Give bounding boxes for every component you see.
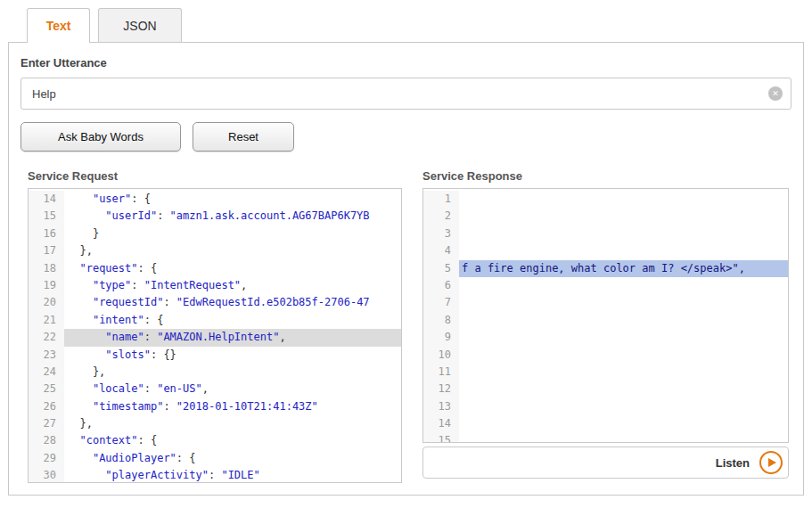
line-number: 12 — [423, 381, 459, 397]
utterance-label: Enter Utterance — [21, 56, 791, 70]
code-text — [459, 312, 788, 329]
line-number: 13 — [423, 398, 459, 415]
code-text: "context": { — [64, 432, 401, 449]
code-text: "playerActivity": "IDLE" — [64, 467, 401, 483]
utterance-input-wrap: ✕ — [21, 78, 791, 110]
reset-button[interactable]: Reset — [193, 122, 294, 152]
code-line: 15 — [423, 432, 788, 443]
tab-json[interactable]: JSON — [98, 8, 182, 42]
line-number: 25 — [29, 381, 64, 397]
code-text: } — [64, 225, 401, 242]
code-text: "locale": "en-US", — [64, 381, 401, 397]
service-response-panel: Service Response 12345f a fire engine, w… — [422, 169, 789, 483]
code-text: "type": "IntentRequest", — [64, 277, 401, 294]
code-line: 23 "slots": {} — [29, 347, 401, 364]
code-line: 12 — [423, 381, 788, 397]
line-number: 4 — [423, 242, 459, 259]
code-text — [459, 242, 788, 259]
line-number: 26 — [29, 398, 64, 415]
line-number: 23 — [29, 347, 64, 364]
code-text — [459, 432, 788, 443]
code-line: 29 "AudioPlayer": { — [29, 450, 401, 467]
code-text — [459, 415, 788, 432]
code-text — [459, 225, 788, 242]
code-line: 28 "context": { — [29, 432, 401, 449]
ask-skill-button[interactable]: Ask Baby Words — [21, 122, 181, 152]
line-number: 17 — [29, 242, 64, 259]
line-number: 8 — [423, 312, 459, 329]
code-text — [459, 398, 788, 415]
code-line: 14 — [423, 415, 788, 432]
line-number: 11 — [423, 364, 459, 381]
listen-label: Listen — [716, 456, 750, 470]
code-text — [459, 208, 788, 225]
line-number: 5 — [423, 260, 459, 277]
code-text — [459, 191, 788, 208]
code-text: "AudioPlayer": { — [64, 450, 401, 467]
code-text — [459, 381, 788, 397]
code-line: 21 "intent": { — [29, 312, 401, 329]
line-number: 14 — [29, 191, 64, 208]
code-line: 9 — [423, 329, 788, 346]
code-line: 7 — [423, 294, 788, 311]
line-number: 30 — [29, 467, 64, 483]
code-text — [459, 329, 788, 346]
code-text: "userId": "amzn1.ask.account.AG67BAP6K7Y… — [64, 208, 401, 225]
code-line: 16 } — [29, 225, 401, 242]
code-text: "intent": { — [64, 312, 401, 329]
code-line: 4 — [423, 242, 788, 259]
code-text — [459, 347, 788, 364]
line-number: 22 — [29, 329, 64, 346]
code-line: 19 "type": "IntentRequest", — [29, 277, 401, 294]
code-line: 17 }, — [29, 242, 401, 259]
line-number: 18 — [29, 260, 64, 277]
listen-bar: Listen — [422, 447, 789, 479]
play-button[interactable] — [759, 451, 783, 474]
code-line: 20 "requestId": "EdwRequestId.e502b85f-2… — [29, 294, 401, 311]
code-line: 18 "request": { — [29, 260, 401, 277]
code-text — [459, 277, 788, 294]
code-text: "timestamp": "2018-01-10T21:41:43Z" — [64, 398, 401, 415]
code-text: }, — [64, 415, 401, 432]
line-number: 3 — [423, 225, 459, 242]
tab-text[interactable]: Text — [27, 8, 90, 43]
line-number: 21 — [29, 312, 64, 329]
line-number: 2 — [423, 208, 459, 225]
clear-input-icon[interactable]: ✕ — [768, 86, 783, 101]
utterance-input[interactable] — [21, 78, 791, 110]
code-text: "slots": {} — [64, 347, 401, 364]
code-line: 24 }, — [29, 364, 401, 381]
code-text: f a fire engine, what color am I? </spea… — [459, 260, 788, 277]
code-text: }, — [64, 242, 401, 259]
play-icon — [768, 458, 776, 467]
line-number: 27 — [29, 415, 64, 432]
code-line: 15 "userId": "amzn1.ask.account.AG67BAP6… — [29, 208, 401, 225]
code-line: 14 "user": { — [29, 191, 401, 208]
line-number: 10 — [423, 347, 459, 364]
line-number: 24 — [29, 364, 64, 381]
code-text — [459, 364, 788, 381]
line-number: 7 — [423, 294, 459, 311]
line-number: 15 — [29, 208, 64, 225]
code-line: 1 — [423, 191, 788, 208]
code-text: "user": { — [64, 191, 401, 208]
line-number: 20 — [29, 294, 64, 311]
response-code-editor[interactable]: 12345f a fire engine, what color am I? <… — [422, 188, 789, 443]
line-number: 29 — [29, 450, 64, 467]
service-response-title: Service Response — [422, 169, 789, 183]
code-line: 11 — [423, 364, 788, 381]
code-line: 30 "playerActivity": "IDLE" — [29, 467, 401, 483]
code-text: "requestId": "EdwRequestId.e502b85f-2706… — [64, 294, 401, 311]
code-line: 8 — [423, 312, 788, 329]
tab-json-label: JSON — [123, 19, 156, 33]
code-text: "request": { — [64, 260, 401, 277]
code-text: }, — [64, 364, 401, 381]
code-line: 13 — [423, 398, 788, 415]
service-simulator-panel: Enter Utterance ✕ Ask Baby Words Reset S… — [8, 42, 804, 496]
line-number: 6 — [423, 277, 459, 294]
request-code-editor[interactable]: 14 "user": {15 "userId": "amzn1.ask.acco… — [28, 188, 402, 483]
line-number: 9 — [423, 329, 459, 346]
code-line: 5f a fire engine, what color am I? </spe… — [423, 260, 788, 277]
code-line: 26 "timestamp": "2018-01-10T21:41:43Z" — [29, 398, 401, 415]
code-line: 27 }, — [29, 415, 401, 432]
